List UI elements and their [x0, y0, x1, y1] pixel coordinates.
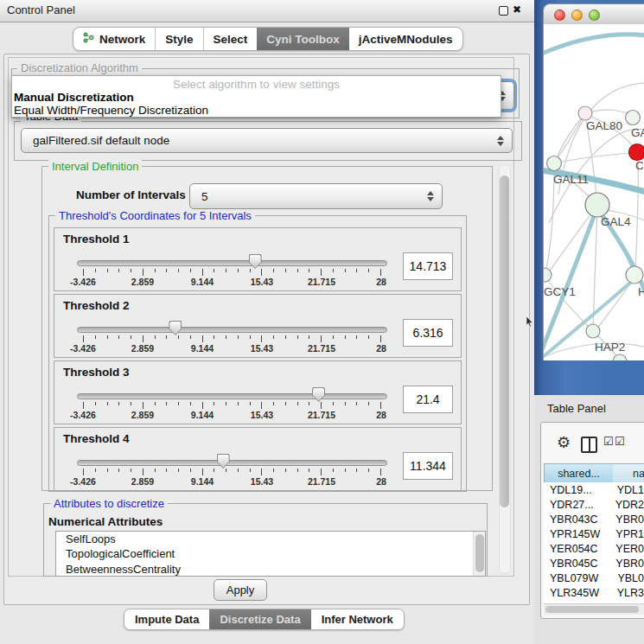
control-panel-titlebar: Control Panel ✖ — [0, 0, 534, 22]
table-row[interactable]: YBR045CYBR0 — [544, 556, 644, 571]
slider-track[interactable] — [77, 260, 387, 266]
network-edge[interactable] — [544, 35, 644, 54]
slider-scale-labels: -3.4262.8599.14415.4321.71528 — [83, 277, 381, 287]
tab-jactivemnodules[interactable]: jActiveMNodules — [349, 28, 462, 50]
tab-network-label: Network — [99, 33, 145, 46]
cell-shared-name[interactable]: YDR27... — [544, 499, 612, 511]
slider-track[interactable] — [77, 327, 387, 333]
table-row[interactable]: YDL19...YDL1 — [544, 482, 644, 497]
network-edge[interactable] — [635, 156, 638, 270]
network-node[interactable] — [629, 144, 644, 161]
threshold-slider[interactable]: -3.4262.8599.14415.4321.71528 — [77, 295, 387, 357]
slider-scale-label: 28 — [376, 476, 386, 487]
cell-shared-name[interactable]: YBR043C — [544, 513, 612, 526]
table-row[interactable]: YLR345WYLR3 — [544, 585, 644, 600]
attributes-group-title: Attributes to discretize — [50, 497, 168, 510]
checkbox-icon[interactable]: ☑ — [603, 435, 614, 448]
apply-button[interactable]: Apply — [214, 579, 267, 601]
network-edge[interactable] — [549, 207, 596, 272]
slider-thumb[interactable] — [249, 254, 262, 269]
slider-scale-label: 28 — [376, 410, 386, 420]
threshold-slider[interactable]: -3.4262.8599.14415.4321.71528 — [77, 361, 387, 424]
network-node[interactable] — [626, 111, 641, 125]
threshold-row: Threshold 2 -3.4262.8599.14415.4321.7152… — [54, 294, 462, 358]
number-of-intervals-combobox[interactable]: 5 — [189, 183, 443, 209]
cell-shared-name[interactable]: YPR145W — [544, 528, 612, 540]
list-item[interactable]: SelfLoops — [56, 532, 485, 546]
cell-name[interactable]: YLR3 — [614, 587, 644, 599]
slider-scale-label: 9.144 — [191, 343, 214, 354]
cell-name[interactable]: YDL1 — [614, 484, 644, 496]
slider-scale-label: 9.144 — [191, 410, 214, 420]
column-header-name[interactable]: na — [613, 463, 644, 483]
table-row[interactable]: YBR043CYBR0 — [544, 512, 644, 526]
tab-select[interactable]: Select — [203, 28, 258, 50]
minimize-traffic-light[interactable] — [571, 10, 583, 21]
dropdown-option-equal-width[interactable]: Equal Width/Frequency Discretization — [12, 104, 501, 117]
table-row[interactable]: YDR27...YDR2 — [544, 497, 644, 512]
cell-shared-name[interactable]: YDL19... — [544, 484, 614, 496]
tab-impute-data[interactable]: Impute Data — [124, 609, 209, 629]
slider-track[interactable] — [77, 393, 387, 399]
list-item[interactable]: BetweennessCentrality — [56, 562, 485, 577]
threshold-row: Threshold 3 -3.4262.8599.14415.4321.7152… — [54, 360, 462, 424]
split-columns-icon[interactable] — [581, 437, 597, 453]
cell-shared-name[interactable]: YBL079W — [544, 572, 614, 584]
pane-scrollbar-thumb[interactable] — [500, 175, 509, 507]
table-row[interactable]: YBL079WYBL0 — [544, 571, 644, 585]
threshold-value[interactable]: 11.344 — [403, 452, 453, 480]
slider-thumb[interactable] — [312, 387, 325, 402]
table-row[interactable]: YER054CYER0 — [544, 541, 644, 556]
slider-thumb[interactable] — [217, 454, 230, 469]
threshold-slider[interactable]: -3.4262.8599.14415.4321.71528 — [77, 228, 387, 290]
tab-style[interactable]: Style — [155, 28, 202, 50]
network-edge[interactable] — [554, 116, 583, 163]
list-scrollbar[interactable] — [473, 532, 485, 576]
numerical-attributes-list[interactable]: SelfLoops TopologicalCoefficient Between… — [55, 531, 486, 577]
table-row[interactable]: YPR145WYPR1 — [544, 526, 644, 541]
tab-discretize-data[interactable]: Discretize Data — [209, 609, 310, 629]
zoom-traffic-light[interactable] — [589, 10, 600, 21]
cell-shared-name[interactable]: YBR045C — [544, 558, 612, 570]
checkbox-icon[interactable]: ☑ — [615, 435, 625, 448]
tab-network[interactable]: Network — [73, 28, 155, 50]
close-traffic-light[interactable] — [554, 10, 565, 21]
cell-name[interactable]: YER0 — [612, 543, 644, 555]
table-hscrollbar[interactable] — [544, 603, 644, 615]
tab-cyni-toolbox[interactable]: Cyni Toolbox — [257, 28, 349, 50]
slider-scale-label: 9.144 — [191, 277, 214, 287]
cell-shared-name[interactable]: YLR345W — [544, 587, 614, 599]
float-window-icon[interactable] — [499, 6, 508, 16]
close-icon[interactable]: ✖ — [513, 3, 521, 16]
threshold-value[interactable]: 14.713 — [403, 252, 453, 280]
threshold-value[interactable]: 21.4 — [403, 386, 453, 413]
cell-shared-name[interactable]: YER054C — [544, 543, 612, 555]
cell-name[interactable]: YBR0 — [612, 513, 644, 526]
slider-scale-label: 21.715 — [308, 277, 335, 287]
network-node[interactable] — [586, 324, 600, 338]
tab-infer-network[interactable]: Infer Network — [311, 609, 404, 629]
network-node[interactable] — [626, 266, 643, 284]
combo-stepper-icon — [497, 136, 504, 146]
network-node[interactable] — [613, 354, 627, 360]
dropdown-option-manual[interactable]: Manual Discretization — [12, 91, 501, 104]
column-header-shared-name[interactable]: shared... — [544, 463, 614, 483]
network-view-canvas[interactable]: GAL80GACGAL11GAL4GCY1HHAP2 — [543, 24, 644, 360]
cell-name[interactable]: YBL0 — [614, 572, 644, 584]
threshold-slider[interactable]: -3.4262.8599.14415.4321.71528 — [77, 428, 387, 490]
cell-name[interactable]: YDR2 — [612, 499, 644, 511]
slider-ticks — [83, 469, 381, 476]
cell-name[interactable]: YPR1 — [612, 528, 644, 540]
cell-name[interactable]: YBR0 — [612, 558, 644, 570]
table-data-combobox[interactable]: galFiltered.sif default node — [21, 128, 513, 153]
threshold-value[interactable]: 6.316 — [403, 319, 453, 347]
network-node[interactable] — [585, 193, 609, 217]
network-icon — [83, 32, 94, 46]
gear-icon[interactable]: ⚙ — [557, 433, 571, 451]
network-node[interactable] — [547, 156, 562, 171]
list-item[interactable]: TopologicalCoefficient — [56, 546, 485, 561]
slider-track[interactable] — [77, 460, 387, 466]
network-node[interactable] — [578, 106, 592, 120]
slider-thumb[interactable] — [169, 321, 182, 335]
network-window-titlebar[interactable] — [543, 3, 644, 26]
